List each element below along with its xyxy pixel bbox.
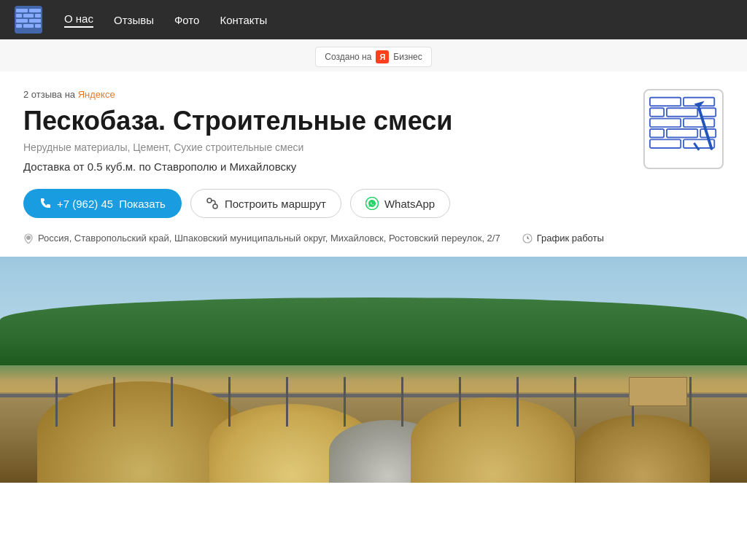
business-logo (643, 89, 724, 169)
address-text: Россия, Ставропольский край, Шпаковский … (38, 233, 500, 244)
business-title: Пескобаза. Строительные смеси (23, 106, 452, 136)
whatsapp-icon (365, 197, 379, 210)
fence-post (516, 377, 519, 427)
photo-placeholder (0, 257, 747, 483)
yandex-badge-prefix: Создано на (325, 52, 371, 62)
fence-post (286, 377, 288, 427)
nav-item-reviews[interactable]: Отзывы (114, 14, 154, 26)
svg-rect-2 (29, 9, 41, 12)
phone-number: +7 (962) 45 (57, 198, 113, 210)
address-item: Россия, Ставропольский край, Шпаковский … (23, 233, 500, 244)
schedule-link[interactable]: График работы (537, 233, 604, 244)
navbar: О нас Отзывы Фото Контакты (0, 0, 747, 39)
svg-rect-7 (29, 19, 41, 23)
phone-show-label: Показать (119, 198, 166, 210)
whatsapp-button[interactable]: WhatsApp (350, 189, 450, 218)
nav-item-photos[interactable]: Фото (174, 14, 199, 26)
nav-item-contacts[interactable]: Контакты (220, 14, 267, 26)
reviews-platform-link[interactable]: Яндексе (78, 89, 115, 100)
business-subtitle: Нерудные материалы, Цемент, Сухие строит… (23, 141, 452, 153)
yandex-icon: Я (376, 50, 389, 63)
reviews-preposition: на (65, 89, 78, 100)
fence-post (55, 377, 58, 427)
location-icon (23, 233, 34, 244)
building (629, 377, 687, 406)
main-content: 2 отзыва на Яндексе Пескобаза. Строитель… (0, 71, 747, 244)
address-row: Россия, Ставропольский край, Шпаковский … (23, 233, 724, 244)
clock-icon (522, 233, 533, 244)
svg-rect-5 (35, 14, 41, 18)
svg-rect-4 (23, 14, 34, 18)
svg-rect-6 (16, 19, 28, 23)
business-info: 2 отзыва на Яндексе Пескобаза. Строитель… (23, 89, 452, 189)
svg-rect-1 (16, 9, 28, 12)
fence-post (689, 377, 692, 427)
svg-rect-9 (23, 24, 34, 28)
action-buttons: +7 (962) 45 Показать Построить маршрут W… (23, 189, 724, 218)
yandex-badge: Создано на Я Бизнес (315, 47, 431, 67)
phone-icon (39, 198, 51, 209)
svg-rect-3 (16, 14, 22, 18)
fence-post (344, 377, 346, 427)
nav-logo-icon (15, 6, 42, 34)
yandex-banner: Создано на Я Бизнес (0, 39, 747, 71)
yandex-badge-brand: Бизнес (393, 52, 422, 62)
route-icon (206, 197, 219, 210)
route-button[interactable]: Построить маршрут (190, 189, 341, 218)
fence-post (171, 377, 173, 427)
whatsapp-button-label: WhatsApp (384, 198, 435, 210)
svg-rect-10 (35, 24, 41, 28)
fence-post (228, 377, 231, 427)
business-logo-svg (649, 93, 719, 166)
reviews-link: 2 отзыва на Яндексе (23, 89, 452, 100)
business-description: Доставка от 0.5 куб.м. по Ставрополю и М… (23, 160, 452, 173)
fence-post (401, 377, 403, 427)
fence-post (574, 377, 576, 427)
route-button-label: Построить маршрут (225, 198, 326, 210)
business-header: 2 отзыва на Яндексе Пескобаза. Строитель… (23, 89, 724, 189)
svg-point-30 (26, 236, 31, 240)
fence-post (459, 377, 461, 427)
nav-item-about[interactable]: О нас (64, 12, 93, 28)
phone-button[interactable]: +7 (962) 45 Показать (23, 189, 182, 218)
tree-mass (0, 298, 747, 365)
photo-section (0, 257, 747, 483)
nav-links: О нас Отзывы Фото Контакты (64, 12, 267, 28)
svg-point-27 (207, 198, 212, 203)
reviews-count: 2 отзыва (23, 89, 62, 100)
svg-rect-8 (16, 24, 22, 28)
trees-bg (0, 298, 747, 365)
schedule-item: График работы (522, 233, 604, 244)
svg-point-28 (213, 204, 217, 209)
fence-post (113, 377, 115, 427)
